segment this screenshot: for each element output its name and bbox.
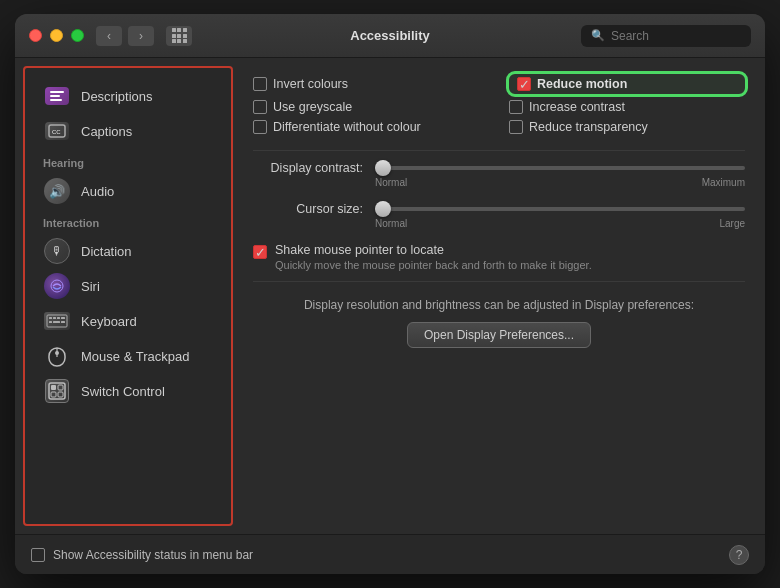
reduce-motion-label: Reduce motion: [537, 77, 627, 91]
shake-mouse-checkbox[interactable]: ✓: [253, 245, 267, 259]
sidebar-item-captions[interactable]: CC Captions: [31, 114, 225, 148]
accessibility-window: ‹ › Accessibility 🔍: [15, 14, 765, 574]
svg-rect-19: [58, 385, 63, 390]
sidebar-label-audio: Audio: [81, 184, 114, 199]
sidebar: Descriptions CC Captions Hearing 🔊 Audio…: [23, 66, 233, 526]
siri-icon-shape: [44, 273, 70, 299]
increase-contrast-row: Increase contrast: [509, 100, 745, 114]
svg-rect-8: [53, 317, 56, 319]
cursor-size-label: Cursor size:: [253, 202, 363, 216]
reduce-transparency-label: Reduce transparency: [529, 120, 648, 134]
siri-icon: [43, 275, 71, 297]
open-display-preferences-button[interactable]: Open Display Preferences...: [407, 322, 591, 348]
display-contrast-track[interactable]: [375, 166, 745, 170]
increase-contrast-checkbox[interactable]: [509, 100, 523, 114]
display-notice-text: Display resolution and brightness can be…: [253, 298, 745, 312]
svg-rect-10: [61, 317, 65, 319]
main-content: Descriptions CC Captions Hearing 🔊 Audio…: [15, 58, 765, 534]
nav-buttons: ‹ ›: [96, 26, 154, 46]
display-contrast-label: Display contrast:: [253, 161, 363, 175]
dictation-icon-shape: 🎙: [44, 238, 70, 264]
svg-rect-12: [53, 321, 60, 323]
increase-contrast-label: Increase contrast: [529, 100, 625, 114]
differentiate-without-colour-label: Differentiate without colour: [273, 120, 421, 134]
sidebar-section-hearing: Hearing: [25, 149, 231, 173]
svg-text:CC: CC: [52, 129, 61, 135]
svg-rect-9: [57, 317, 60, 319]
use-greyscale-label: Use greyscale: [273, 100, 352, 114]
use-greyscale-checkbox[interactable]: [253, 100, 267, 114]
sidebar-section-interaction: Interaction: [25, 209, 231, 233]
divider-1: [253, 150, 745, 151]
display-contrast-max-label: Maximum: [702, 177, 745, 188]
show-status-label: Show Accessibility status in menu bar: [53, 548, 253, 562]
display-contrast-thumb[interactable]: [375, 160, 391, 176]
shake-mouse-row: ✓ Shake mouse pointer to locate Quickly …: [253, 243, 745, 271]
bottom-bar: Show Accessibility status in menu bar ?: [15, 534, 765, 574]
audio-icon-shape: 🔊: [44, 178, 70, 204]
svg-rect-11: [49, 321, 52, 323]
sidebar-item-audio[interactable]: 🔊 Audio: [31, 174, 225, 208]
sidebar-label-siri: Siri: [81, 279, 100, 294]
back-button[interactable]: ‹: [96, 26, 122, 46]
reduce-transparency-checkbox[interactable]: [509, 120, 523, 134]
display-contrast-section: Display contrast: Normal Maximum: [253, 161, 745, 188]
captions-icon: CC: [43, 120, 71, 142]
differentiate-without-colour-row: Differentiate without colour: [253, 120, 489, 134]
sidebar-label-descriptions: Descriptions: [81, 89, 153, 104]
reduce-motion-checkbox[interactable]: ✓: [517, 77, 531, 91]
search-input[interactable]: [611, 29, 741, 43]
cursor-size-scale-labels: Normal Large: [375, 218, 745, 229]
svg-rect-21: [58, 392, 63, 397]
content-area: Invert colours ✓ Reduce motion Use greys…: [233, 58, 765, 534]
cursor-size-track[interactable]: [375, 207, 745, 211]
help-button[interactable]: ?: [729, 545, 749, 565]
display-contrast-row: Display contrast:: [253, 161, 745, 175]
svg-rect-2: [50, 99, 62, 101]
use-greyscale-row: Use greyscale: [253, 100, 489, 114]
sidebar-item-mouse-trackpad[interactable]: Mouse & Trackpad: [31, 339, 225, 373]
sidebar-item-siri[interactable]: Siri: [31, 269, 225, 303]
grid-view-button[interactable]: [166, 26, 192, 46]
sidebar-item-dictation[interactable]: 🎙 Dictation: [31, 234, 225, 268]
traffic-lights: [29, 29, 84, 42]
sidebar-label-switch-control: Switch Control: [81, 384, 165, 399]
sidebar-item-switch-control[interactable]: Switch Control: [31, 374, 225, 408]
display-options-grid: Invert colours ✓ Reduce motion Use greys…: [253, 74, 745, 134]
switch-control-icon-shape: [45, 379, 69, 403]
divider-2: [253, 281, 745, 282]
close-button[interactable]: [29, 29, 42, 42]
cursor-size-section: Cursor size: Normal Large: [253, 202, 745, 229]
cursor-size-thumb[interactable]: [375, 201, 391, 217]
mouse-icon: [43, 345, 71, 367]
search-icon: 🔍: [591, 29, 605, 42]
invert-colours-label: Invert colours: [273, 77, 348, 91]
shake-mouse-text: Shake mouse pointer to locate Quickly mo…: [275, 243, 592, 271]
svg-point-16: [55, 351, 59, 355]
mouse-icon-shape: [44, 343, 70, 369]
sidebar-item-keyboard[interactable]: Keyboard: [31, 304, 225, 338]
display-contrast-scale-labels: Normal Maximum: [375, 177, 745, 188]
svg-point-5: [51, 280, 63, 292]
sidebar-label-captions: Captions: [81, 124, 132, 139]
show-status-checkbox[interactable]: [31, 548, 45, 562]
sidebar-item-descriptions[interactable]: Descriptions: [31, 79, 225, 113]
keyboard-icon-shape: [44, 312, 70, 330]
minimize-button[interactable]: [50, 29, 63, 42]
forward-button[interactable]: ›: [128, 26, 154, 46]
svg-rect-0: [50, 91, 64, 93]
reduce-motion-row: ✓ Reduce motion: [509, 74, 745, 94]
captions-icon-shape: CC: [45, 122, 69, 140]
invert-colours-checkbox[interactable]: [253, 77, 267, 91]
sidebar-label-keyboard: Keyboard: [81, 314, 137, 329]
search-bar[interactable]: 🔍: [581, 25, 751, 47]
window-title: Accessibility: [350, 28, 430, 43]
dictation-icon: 🎙: [43, 240, 71, 262]
maximize-button[interactable]: [71, 29, 84, 42]
differentiate-without-colour-checkbox[interactable]: [253, 120, 267, 134]
shake-mouse-title: Shake mouse pointer to locate: [275, 243, 592, 257]
titlebar: ‹ › Accessibility 🔍: [15, 14, 765, 58]
invert-colours-row: Invert colours: [253, 74, 489, 94]
sidebar-label-mouse-trackpad: Mouse & Trackpad: [81, 349, 189, 364]
svg-rect-1: [50, 95, 60, 97]
